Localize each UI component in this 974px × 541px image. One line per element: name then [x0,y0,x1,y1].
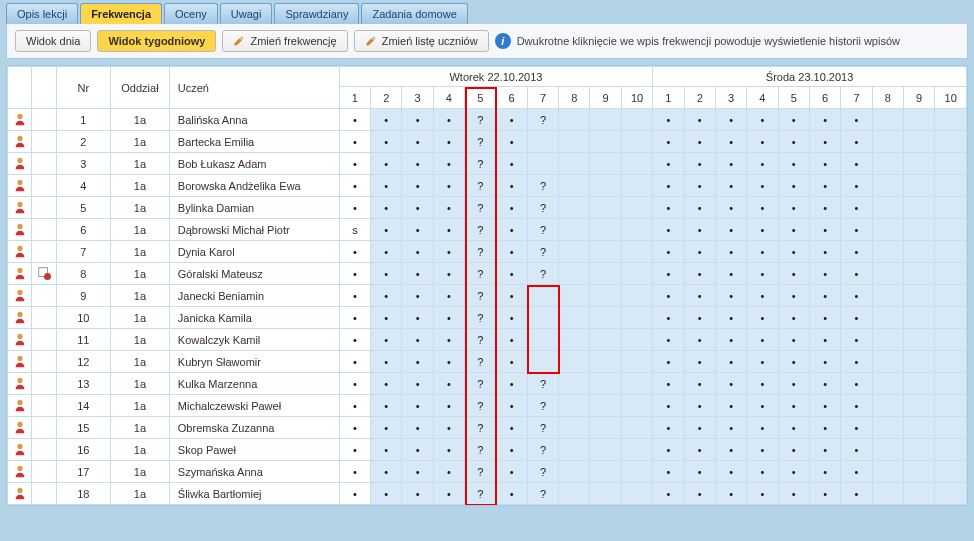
attendance-cell[interactable] [841,439,872,461]
attendance-cell[interactable] [903,219,934,241]
attendance-cell[interactable] [621,263,652,285]
attendance-cell[interactable] [402,395,433,417]
attendance-cell[interactable] [559,219,590,241]
table-row[interactable]: 111aKowalczyk Kamil? [8,329,967,351]
attendance-cell[interactable] [653,197,684,219]
attendance-cell[interactable]: ? [465,263,496,285]
attendance-cell[interactable] [621,109,652,131]
attendance-cell[interactable] [841,109,872,131]
table-row[interactable]: 11aBalińska Anna?? [8,109,967,131]
attendance-cell[interactable] [935,395,967,417]
period-header[interactable]: 9 [590,87,621,109]
attendance-cell[interactable] [402,109,433,131]
table-row[interactable]: 71aDynia Karol?? [8,241,967,263]
attendance-cell[interactable] [684,175,715,197]
attendance-cell[interactable] [903,329,934,351]
attendance-cell[interactable] [809,153,840,175]
attendance-cell[interactable] [841,461,872,483]
attendance-cell[interactable] [559,109,590,131]
attendance-cell[interactable] [935,109,967,131]
attendance-cell[interactable] [872,175,903,197]
period-header[interactable]: 4 [747,87,778,109]
attendance-cell[interactable]: ? [465,131,496,153]
attendance-cell[interactable]: ? [527,439,558,461]
attendance-cell[interactable] [339,263,370,285]
attendance-cell[interactable] [402,307,433,329]
attendance-cell[interactable] [778,153,809,175]
attendance-cell[interactable] [778,307,809,329]
attendance-cell[interactable] [402,439,433,461]
attendance-cell[interactable] [653,395,684,417]
attendance-cell[interactable] [715,373,746,395]
table-row[interactable]: 141aMichalczewski Paweł?? [8,395,967,417]
attendance-cell[interactable] [778,373,809,395]
attendance-cell[interactable] [371,351,402,373]
attendance-cell[interactable] [433,175,464,197]
table-row[interactable]: 41aBorowska Andżelika Ewa?? [8,175,967,197]
attendance-cell[interactable] [621,285,652,307]
attendance-cell[interactable] [809,263,840,285]
attendance-cell[interactable] [778,439,809,461]
attendance-cell[interactable] [747,395,778,417]
attendance-cell[interactable] [433,395,464,417]
period-header[interactable]: 6 [496,87,527,109]
attendance-cell[interactable] [402,241,433,263]
attendance-cell[interactable] [935,461,967,483]
attendance-cell[interactable] [496,219,527,241]
attendance-cell[interactable] [809,329,840,351]
attendance-cell[interactable] [433,197,464,219]
period-header[interactable]: 1 [653,87,684,109]
attendance-cell[interactable] [872,285,903,307]
attendance-cell[interactable] [809,439,840,461]
attendance-cell[interactable] [590,131,621,153]
attendance-cell[interactable]: ? [465,285,496,307]
attendance-cell[interactable] [653,263,684,285]
attendance-cell[interactable] [715,417,746,439]
attendance-cell[interactable] [590,153,621,175]
attendance-cell[interactable] [590,395,621,417]
attendance-cell[interactable] [903,153,934,175]
table-row[interactable]: 181aŚliwka Bartłomiej?? [8,483,967,505]
attendance-cell[interactable] [747,263,778,285]
attendance-cell[interactable] [371,285,402,307]
attendance-cell[interactable] [715,175,746,197]
attendance-cell[interactable] [402,461,433,483]
attendance-cell[interactable] [621,153,652,175]
attendance-cell[interactable] [371,439,402,461]
attendance-cell[interactable] [527,329,558,351]
attendance-cell[interactable] [747,483,778,505]
attendance-cell[interactable] [684,197,715,219]
attendance-cell[interactable] [559,263,590,285]
attendance-cell[interactable] [872,307,903,329]
attendance-cell[interactable] [809,417,840,439]
attendance-cell[interactable] [559,153,590,175]
attendance-cell[interactable]: ? [527,219,558,241]
attendance-cell[interactable]: ? [465,153,496,175]
attendance-cell[interactable] [371,175,402,197]
attendance-cell[interactable] [527,307,558,329]
attendance-cell[interactable] [371,131,402,153]
attendance-cell[interactable] [778,175,809,197]
attendance-cell[interactable] [809,461,840,483]
attendance-cell[interactable] [653,329,684,351]
attendance-cell[interactable] [402,329,433,351]
attendance-cell[interactable]: ? [465,373,496,395]
attendance-cell[interactable] [747,417,778,439]
attendance-cell[interactable] [339,285,370,307]
attendance-cell[interactable] [371,329,402,351]
attendance-cell[interactable] [559,373,590,395]
attendance-cell[interactable] [903,351,934,373]
period-header[interactable]: 2 [371,87,402,109]
attendance-cell[interactable] [903,395,934,417]
attendance-cell[interactable] [841,241,872,263]
attendance-cell[interactable] [935,439,967,461]
table-row[interactable]: 61aDąbrowski Michał Piotrs?? [8,219,967,241]
attendance-cell[interactable] [339,307,370,329]
attendance-cell[interactable] [496,109,527,131]
attendance-cell[interactable] [809,395,840,417]
attendance-cell[interactable] [621,197,652,219]
attendance-cell[interactable] [433,109,464,131]
attendance-cell[interactable] [715,109,746,131]
attendance-cell[interactable] [433,131,464,153]
tab-oceny[interactable]: Oceny [164,3,218,24]
